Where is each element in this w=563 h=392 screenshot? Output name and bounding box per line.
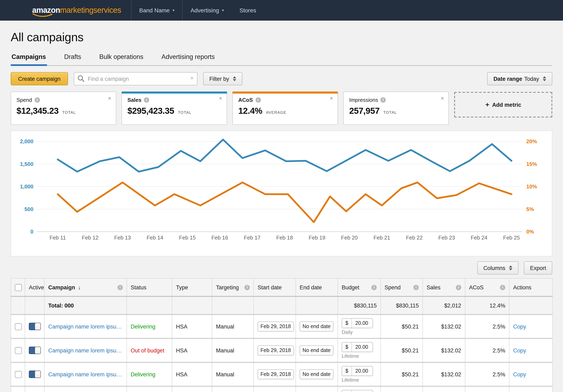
- row-checkbox[interactable]: [15, 347, 22, 354]
- brand-logo[interactable]: amazonmarketingservices: [32, 0, 121, 21]
- export-button[interactable]: Export: [524, 261, 552, 274]
- tab-drafts[interactable]: Drafts: [63, 53, 82, 65]
- start-date-field[interactable]: Feb 29, 2018: [258, 345, 294, 355]
- info-icon[interactable]: i: [371, 285, 377, 290]
- start-date-field[interactable]: Feb 29, 2018: [258, 369, 294, 379]
- row-checkbox[interactable]: [15, 323, 22, 330]
- columns-button[interactable]: Columns: [477, 261, 518, 274]
- col-header-start-date: Start date: [254, 278, 296, 296]
- row-type-cell: HSA: [172, 314, 212, 339]
- row-budget-cell: $20.00Daily: [338, 314, 381, 339]
- close-icon[interactable]: ×: [219, 95, 222, 101]
- active-toggle[interactable]: [29, 371, 41, 378]
- nav-item-stores[interactable]: Stores: [232, 0, 264, 21]
- nav-item-advertising[interactable]: Advertising▾: [182, 0, 232, 21]
- metric-name: Spend: [16, 97, 32, 103]
- info-icon[interactable]: i: [144, 97, 149, 103]
- info-icon[interactable]: i: [500, 285, 505, 290]
- info-icon[interactable]: i: [255, 97, 261, 103]
- metric-unit: TOTAL: [178, 110, 192, 115]
- close-icon[interactable]: ×: [441, 95, 444, 101]
- filter-by-button[interactable]: Filter by: [203, 72, 242, 85]
- metric-card-spend[interactable]: Spendi×$12,345.23TOTAL: [11, 91, 116, 125]
- tab-bulk-operations[interactable]: Bulk operations: [99, 53, 144, 65]
- campaign-link[interactable]: Campaign name lorem ipsum sit…: [48, 347, 123, 353]
- copy-action-link[interactable]: Copy: [513, 347, 526, 353]
- status-badge: Out of budget: [131, 347, 165, 353]
- table-row: Campaign name lorem ipsum sit…Delivering…: [11, 314, 552, 339]
- col-header-active: Active: [25, 278, 44, 296]
- start-date-field[interactable]: Feb 29, 2018: [258, 322, 294, 331]
- budget-amount-field[interactable]: 20.00: [352, 342, 372, 352]
- info-icon[interactable]: i: [413, 285, 419, 290]
- budget-amount-field[interactable]: 20.00: [352, 366, 372, 376]
- left-axis-tick-label: 2,000: [20, 138, 33, 144]
- col-header-campaign[interactable]: Campaign↓i: [44, 278, 127, 296]
- header-cell: ACoSi: [469, 284, 505, 290]
- tab-advertising-reports[interactable]: Advertising reports: [161, 53, 216, 65]
- info-icon[interactable]: i: [456, 285, 461, 290]
- info-icon[interactable]: i: [117, 285, 123, 290]
- x-axis-tick-label: Feb 18: [276, 235, 293, 241]
- col-header-actions: Actions: [509, 278, 552, 296]
- row-checkbox[interactable]: [15, 371, 22, 378]
- right-axis-tick-label: 10%: [526, 183, 537, 190]
- metric-value-row: 257,957TOTAL: [349, 106, 444, 116]
- budget-input[interactable]: $20.00: [342, 390, 373, 392]
- metric-value-row: $295,423.35TOTAL: [127, 106, 222, 116]
- x-axis-tick-label: Feb 16: [211, 235, 228, 241]
- metric-accent-bar: [232, 91, 338, 93]
- active-toggle[interactable]: [29, 347, 41, 354]
- budget-input[interactable]: $20.00: [342, 318, 373, 328]
- clear-search-icon[interactable]: ×: [190, 75, 193, 81]
- header-label: Targeting: [216, 284, 239, 290]
- select-all-checkbox[interactable]: [15, 284, 22, 291]
- row-targeting-cell: Manual: [212, 339, 254, 362]
- end-date-field[interactable]: No end date: [300, 369, 333, 379]
- table-row: Campaign name lorem ipsum sit…Out of bud…: [11, 386, 552, 392]
- create-campaign-button[interactable]: Create campaign: [11, 72, 68, 85]
- row-start-date-cell: Feb 29, 2018: [254, 386, 296, 392]
- metric-name-row: Spendi: [16, 97, 111, 103]
- nav-item-label: Advertising: [191, 7, 219, 13]
- end-date-field[interactable]: No end date: [300, 322, 333, 331]
- metric-card-acos[interactable]: ACoSi×12.4%AVERAGE: [232, 91, 338, 125]
- search-input[interactable]: [74, 72, 197, 85]
- copy-action-link[interactable]: Copy: [513, 371, 526, 377]
- metric-value: 257,957: [349, 106, 380, 116]
- info-icon[interactable]: i: [34, 97, 40, 103]
- page-title: All campaigns: [11, 30, 552, 44]
- metric-card-impressions[interactable]: Impressionsi×257,957TOTAL: [343, 91, 449, 125]
- budget-period-label: Lifetime: [342, 377, 377, 383]
- table-totals-row: Total: 000$830,115$830,115$2,01212.4%: [11, 296, 552, 314]
- sort-arrows-icon: [509, 265, 512, 270]
- budget-amount-field[interactable]: 20.00: [352, 319, 372, 328]
- sort-arrows-icon: [543, 76, 546, 81]
- totals-empty-cell: [509, 296, 552, 314]
- info-icon[interactable]: i: [244, 285, 250, 290]
- campaign-link[interactable]: Campaign name lorem ipsum sit…: [48, 323, 123, 329]
- metric-card-sales[interactable]: Salesi×$295,423.35TOTAL: [122, 91, 227, 125]
- chevron-down-icon: ▾: [172, 8, 174, 12]
- copy-action-link[interactable]: Copy: [513, 323, 526, 329]
- budget-input[interactable]: $20.00: [342, 342, 373, 352]
- row-actions-cell: Copy: [509, 339, 552, 362]
- right-axis-tick-label: 5%: [526, 206, 534, 212]
- tab-campaigns[interactable]: Campaigns: [11, 53, 47, 65]
- end-date-field[interactable]: No end date: [300, 345, 333, 355]
- budget-input[interactable]: $20.00: [342, 366, 373, 376]
- metric-unit: TOTAL: [62, 110, 76, 115]
- header-label: Spend: [384, 284, 401, 290]
- close-icon[interactable]: ×: [330, 95, 333, 101]
- close-icon[interactable]: ×: [108, 95, 111, 101]
- info-icon[interactable]: i: [381, 97, 386, 103]
- budget-amount-field[interactable]: 20.00: [352, 390, 372, 392]
- active-toggle[interactable]: [29, 323, 41, 330]
- add-metric-button[interactable]: +Add metric: [454, 92, 552, 118]
- metric-value: 12.4%: [238, 106, 262, 116]
- campaign-link[interactable]: Campaign name lorem ipsum sit…: [48, 371, 123, 377]
- header-label: Actions: [513, 284, 531, 290]
- date-range-button[interactable]: Date range Today: [487, 72, 552, 85]
- nav-item-band-name[interactable]: Band Name▾: [131, 0, 182, 21]
- row-end-date-cell: No end date: [296, 386, 338, 392]
